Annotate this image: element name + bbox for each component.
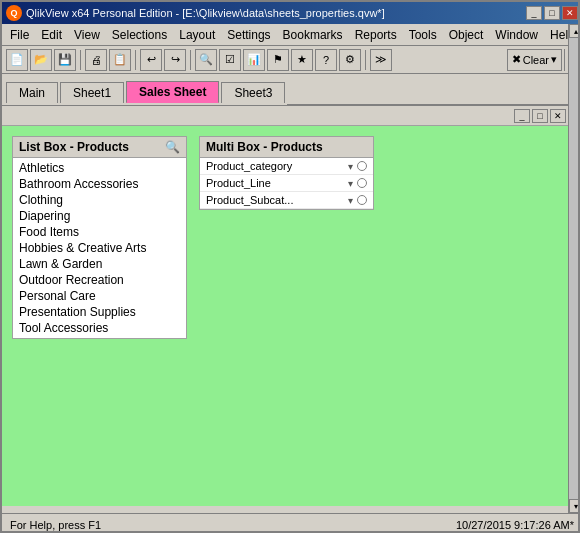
menu-reports[interactable]: Reports [349, 26, 403, 44]
sheet-close-button[interactable]: ✕ [550, 109, 566, 123]
menu-edit[interactable]: Edit [35, 26, 68, 44]
toolbar-undo[interactable]: ↩ [140, 49, 162, 71]
multi-box-radio-3[interactable] [357, 195, 367, 205]
menu-window[interactable]: Window [489, 26, 544, 44]
multi-box-label-2: Product_Line [206, 177, 344, 189]
toolbar-help[interactable]: ? [315, 49, 337, 71]
title-bar-buttons: _ □ ✕ [526, 6, 578, 20]
list-item[interactable]: Food Items [13, 224, 186, 240]
list-box-items: Athletics Bathroom Accessories Clothing … [13, 158, 186, 338]
toolbar-sep-2 [135, 50, 136, 70]
menu-file[interactable]: File [4, 26, 35, 44]
status-bar: For Help, press F1 10/27/2015 9:17:26 AM… [2, 513, 580, 533]
toolbar-open[interactable]: 📂 [30, 49, 52, 71]
list-item[interactable]: Outdoor Recreation [13, 272, 186, 288]
title-bar-text: QlikView x64 Personal Edition - [E:\Qlik… [26, 7, 385, 19]
toolbar-save[interactable]: 💾 [54, 49, 76, 71]
toolbar-flag[interactable]: ⚑ [267, 49, 289, 71]
menu-bookmarks[interactable]: Bookmarks [277, 26, 349, 44]
multi-box-dropdown-icon-1[interactable]: ▾ [348, 161, 353, 172]
toolbar-sep-1 [80, 50, 81, 70]
toolbar-new[interactable]: 📄 [6, 49, 28, 71]
menu-layout[interactable]: Layout [173, 26, 221, 44]
toolbar-copy[interactable]: 📋 [109, 49, 131, 71]
menu-bar: File Edit View Selections Layout Setting… [2, 24, 580, 46]
list-item[interactable]: Presentation Supplies [13, 304, 186, 320]
toolbar-settings[interactable]: ⚙ [339, 49, 361, 71]
list-item[interactable]: Athletics [13, 160, 186, 176]
toolbar-redo[interactable]: ↪ [164, 49, 186, 71]
tab-sheet1[interactable]: Sheet1 [60, 82, 124, 103]
menu-tools[interactable]: Tools [403, 26, 443, 44]
multi-box-row-1: Product_category ▾ [200, 158, 373, 175]
toolbar-sep-3 [190, 50, 191, 70]
status-datetime: 10/27/2015 9:17:26 AM* [456, 519, 574, 531]
list-item[interactable]: Personal Care [13, 288, 186, 304]
toolbar: 📄 📂 💾 🖨 📋 ↩ ↪ 🔍 ☑ 📊 ⚑ ★ ? ⚙ ≫ ✖ Clear ▾ … [2, 46, 580, 74]
clear-label: Clear [523, 54, 549, 66]
multi-box-label-1: Product_category [206, 160, 344, 172]
tab-sales-sheet[interactable]: Sales Sheet [126, 81, 219, 103]
app-icon: Q [6, 5, 22, 21]
list-item[interactable]: Hobbies & Creative Arts [13, 240, 186, 256]
multi-box-dropdown-icon-3[interactable]: ▾ [348, 195, 353, 206]
toolbar-extra[interactable]: ≫ [370, 49, 392, 71]
toolbar-print[interactable]: 🖨 [85, 49, 107, 71]
eraser-icon: ✖ [512, 53, 521, 66]
sheet-minimize-button[interactable]: _ [514, 109, 530, 123]
minimize-button[interactable]: _ [526, 6, 542, 20]
multi-box-row-3: Product_Subcat... ▾ [200, 192, 373, 209]
multi-box-products: Multi Box - Products Product_category ▾ … [199, 136, 374, 210]
menu-selections[interactable]: Selections [106, 26, 173, 44]
close-button[interactable]: ✕ [562, 6, 578, 20]
list-box-products: List Box - Products 🔍 Athletics Bathroom… [12, 136, 187, 339]
tab-sheet3[interactable]: Sheet3 [221, 82, 285, 103]
multi-box-label-3: Product_Subcat... [206, 194, 344, 206]
toolbar-star[interactable]: ★ [291, 49, 313, 71]
side-scrollbar: ▴ ▾ [568, 24, 580, 513]
scroll-track [569, 38, 580, 499]
list-item[interactable]: Clothing [13, 192, 186, 208]
list-box-header: List Box - Products 🔍 [13, 137, 186, 158]
list-item[interactable]: Bathroom Accessories [13, 176, 186, 192]
list-box-search-icon[interactable]: 🔍 [165, 140, 180, 154]
scroll-up-arrow[interactable]: ▴ [569, 24, 580, 38]
multi-box-radio-2[interactable] [357, 178, 367, 188]
multi-box-radio-1[interactable] [357, 161, 367, 171]
multi-box-header: Multi Box - Products [200, 137, 373, 158]
title-bar: Q QlikView x64 Personal Edition - [E:\Ql… [2, 2, 580, 24]
menu-settings[interactable]: Settings [221, 26, 276, 44]
maximize-button[interactable]: □ [544, 6, 560, 20]
menu-object[interactable]: Object [443, 26, 490, 44]
clear-dropdown-icon: ▾ [551, 53, 557, 66]
sheet-maximize-button[interactable]: □ [532, 109, 548, 123]
title-bar-left: Q QlikView x64 Personal Edition - [E:\Ql… [6, 5, 385, 21]
list-item[interactable]: Diapering [13, 208, 186, 224]
toolbar-select[interactable]: ☑ [219, 49, 241, 71]
scroll-down-arrow[interactable]: ▾ [569, 499, 580, 513]
toolbar-chart[interactable]: 📊 [243, 49, 265, 71]
content-area: List Box - Products 🔍 Athletics Bathroom… [2, 126, 580, 506]
list-item[interactable]: Tool Accessories [13, 320, 186, 336]
list-item[interactable]: Lawn & Garden [13, 256, 186, 272]
tab-main[interactable]: Main [6, 82, 58, 103]
toolbar-search[interactable]: 🔍 [195, 49, 217, 71]
menu-view[interactable]: View [68, 26, 106, 44]
status-help-text: For Help, press F1 [10, 519, 101, 531]
clear-button[interactable]: ✖ Clear ▾ [507, 49, 562, 71]
multi-box-row-2: Product_Line ▾ [200, 175, 373, 192]
multi-box-dropdown-icon-2[interactable]: ▾ [348, 178, 353, 189]
toolbar-sep-4 [365, 50, 366, 70]
sheet-window-controls: _ □ ✕ [2, 106, 580, 126]
list-box-title: List Box - Products [19, 140, 129, 154]
tab-bar: Main Sheet1 Sales Sheet Sheet3 [2, 74, 580, 106]
app-window: Q QlikView x64 Personal Edition - [E:\Ql… [2, 2, 580, 533]
